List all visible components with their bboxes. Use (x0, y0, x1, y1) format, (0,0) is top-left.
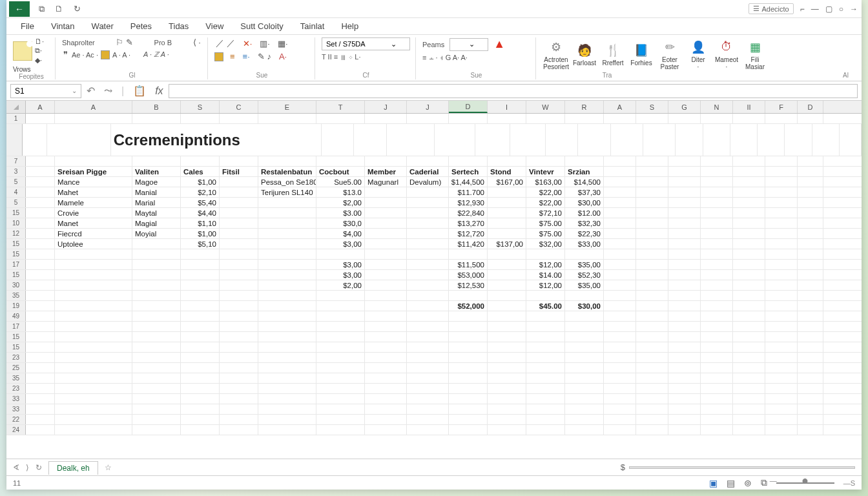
cell[interactable] (765, 249, 798, 259)
cell[interactable] (578, 124, 610, 156)
cell[interactable] (798, 353, 823, 362)
cell[interactable] (565, 384, 604, 393)
cell[interactable] (258, 156, 316, 166)
row-header[interactable]: 15 (6, 270, 26, 280)
cell[interactable] (701, 415, 733, 424)
cell[interactable] (565, 322, 604, 331)
cell[interactable] (785, 124, 812, 156)
cell[interactable] (132, 311, 181, 321)
cell[interactable] (26, 342, 55, 352)
fx-icon[interactable]: fx (155, 85, 163, 97)
cell[interactable] (316, 425, 365, 435)
cell[interactable] (488, 280, 526, 290)
cell[interactable]: $12,00 (526, 280, 565, 290)
cell[interactable] (181, 394, 220, 404)
cell[interactable]: $3,00 (316, 239, 365, 249)
cell[interactable] (258, 342, 316, 352)
cell[interactable] (258, 322, 316, 331)
cell[interactable]: $1,10 (181, 218, 220, 228)
cell[interactable] (488, 187, 526, 197)
cell[interactable] (812, 124, 840, 156)
row-header[interactable]: 22 (6, 415, 26, 424)
cell[interactable] (220, 260, 258, 269)
cell[interactable] (643, 124, 676, 156)
cell[interactable] (798, 291, 823, 300)
cell[interactable] (798, 260, 823, 269)
cell[interactable] (765, 208, 798, 218)
cell[interactable] (449, 415, 488, 424)
cell[interactable] (636, 280, 668, 290)
cell[interactable] (798, 156, 823, 166)
cell[interactable] (365, 363, 407, 373)
cell[interactable] (636, 239, 668, 249)
cell[interactable] (730, 124, 758, 156)
menu-sutt coloity[interactable]: Sutt Coloity (240, 21, 283, 31)
cell[interactable] (668, 353, 701, 362)
cell[interactable] (526, 249, 565, 259)
cell[interactable] (765, 384, 798, 393)
cell[interactable] (733, 229, 765, 238)
cell[interactable] (604, 353, 636, 362)
cell[interactable] (488, 208, 526, 218)
cell[interactable] (181, 425, 220, 435)
view-grid-icon[interactable]: ⧉ (761, 477, 767, 488)
cell[interactable] (220, 249, 258, 259)
cell[interactable] (636, 208, 668, 218)
cell[interactable] (701, 239, 733, 249)
cell[interactable] (220, 270, 258, 280)
formula-input[interactable] (169, 84, 858, 98)
cell[interactable] (733, 404, 765, 414)
name-box[interactable]: S1⌄ (10, 84, 81, 98)
cell[interactable] (668, 415, 701, 424)
row-header[interactable]: 33 (6, 404, 26, 414)
cell[interactable] (701, 270, 733, 280)
cell[interactable] (604, 167, 636, 176)
cell[interactable]: $12,530 (449, 280, 488, 290)
cell[interactable]: $14.00 (526, 270, 565, 280)
cell[interactable]: Maytal (132, 208, 181, 218)
cell[interactable] (636, 301, 668, 311)
cell[interactable] (488, 425, 526, 435)
cell[interactable] (765, 187, 798, 197)
cell[interactable] (387, 124, 435, 156)
clip-icon-2[interactable]: ⧉· (35, 46, 44, 55)
col-header[interactable]: A (604, 101, 636, 113)
cell[interactable] (181, 280, 220, 290)
cell[interactable] (407, 198, 449, 207)
cell[interactable] (701, 156, 733, 166)
cell[interactable] (798, 270, 823, 280)
cell[interactable] (488, 384, 526, 393)
cell[interactable] (840, 124, 862, 156)
cell[interactable] (604, 384, 636, 393)
cell[interactable] (365, 239, 407, 249)
cell[interactable] (668, 332, 701, 342)
cell[interactable]: $35,00 (565, 280, 604, 290)
cell[interactable] (55, 270, 132, 280)
row-header[interactable]: 4 (6, 187, 26, 197)
cell[interactable] (701, 363, 733, 373)
col-header[interactable]: A (26, 101, 55, 113)
ribbon-btn-mameot[interactable]: ⏱Mameot· (713, 39, 740, 70)
cell[interactable] (258, 249, 316, 259)
cell[interactable] (765, 373, 798, 383)
cell[interactable]: $22,00 (526, 198, 565, 207)
cell[interactable] (765, 332, 798, 342)
cell[interactable] (365, 373, 407, 383)
col-header[interactable]: B (132, 101, 181, 113)
cell[interactable] (55, 353, 132, 362)
cell[interactable] (526, 156, 565, 166)
cell[interactable] (765, 280, 798, 290)
cell[interactable] (365, 322, 407, 331)
cell[interactable] (676, 124, 703, 156)
cell[interactable] (733, 353, 765, 362)
cell[interactable]: Magunarl (365, 177, 407, 187)
cell[interactable] (733, 363, 765, 373)
cell[interactable] (132, 425, 181, 435)
cell[interactable] (258, 291, 316, 300)
clip-icon-1[interactable]: 🗋· (35, 37, 44, 45)
cell[interactable] (26, 415, 55, 424)
cell[interactable] (258, 332, 316, 342)
col-header[interactable]: E (258, 101, 316, 113)
maximize-button[interactable]: ▢ (825, 5, 832, 14)
shape-selector[interactable]: Shaprolter (62, 39, 95, 46)
